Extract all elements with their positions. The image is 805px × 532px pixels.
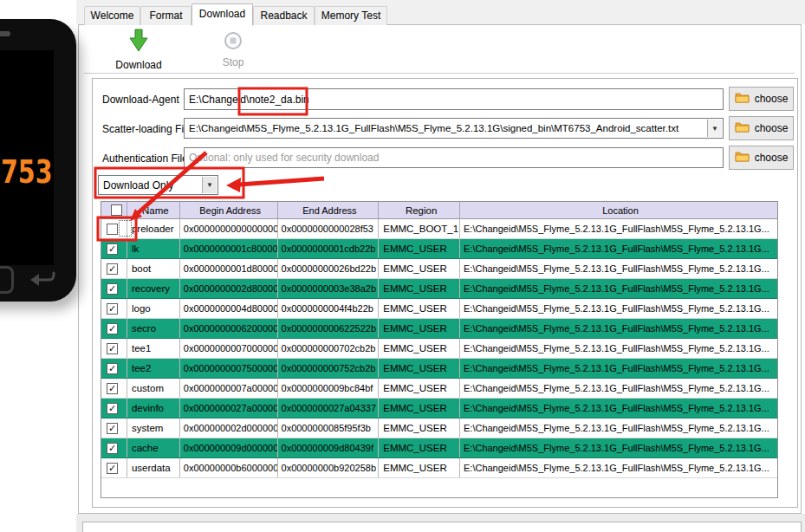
choose-button-label: choose (755, 93, 789, 105)
cell-region: EMMC_USER (379, 359, 460, 378)
cell-location: E:\Changeid\M5S_Flyme_5.2.13.1G_FullFlas… (460, 279, 777, 298)
cell-end: 0x0000000027a04337 (278, 399, 380, 418)
cell-name: tee1 (127, 339, 180, 358)
row-checkbox[interactable]: ✓ (107, 403, 118, 414)
column-header-region[interactable]: Region (379, 202, 460, 218)
scatter-file-combobox[interactable]: E:\Changeid\M5S_Flyme_5.2.13.1G_FullFlas… (184, 118, 724, 139)
table-row: preloader0x00000000000000000x00000000000… (101, 219, 777, 239)
cell-begin: 0x0000000000000000 (180, 219, 278, 238)
tab-download[interactable]: Download (192, 3, 253, 26)
cell-name: preloader (127, 219, 180, 238)
cell-name: system (127, 418, 180, 438)
focus-rectangle (119, 220, 132, 237)
row-checkbox[interactable]: ✓ (107, 443, 118, 454)
cell-begin: 0x0000000007500000 (180, 359, 278, 378)
download-arrow-icon (109, 29, 168, 55)
table-row: ✓logo0x0000000004d800000x0000000004f4b22… (101, 299, 777, 319)
tab-readback[interactable]: Readback (253, 6, 315, 25)
cell-location: E:\Changeid\M5S_Flyme_5.2.13.1G_FullFlas… (460, 418, 777, 438)
row-checkbox-cell: ✓ (101, 418, 127, 438)
back-arrow-icon (29, 269, 57, 291)
cell-end: 0x000000000622522b (278, 319, 380, 338)
cell-begin: 0x0000000006200000 (180, 319, 278, 338)
column-header-end[interactable]: End Address (278, 202, 380, 218)
folder-icon (735, 92, 750, 106)
tab-format[interactable]: Format (140, 6, 192, 25)
cell-begin: 0x0000000002d80000 (180, 279, 278, 298)
cell-name: boot (127, 259, 180, 278)
cell-location: E:\Changeid\M5S_Flyme_5.2.13.1G_FullFlas… (460, 399, 777, 418)
row-checkbox[interactable]: ✓ (107, 243, 118, 255)
cell-begin: 0x0000000001d80000 (180, 259, 278, 278)
row-checkbox[interactable]: ✓ (107, 303, 118, 315)
cell-location: E:\Changeid\M5S_Flyme_5.2.13.1G_FullFlas… (460, 219, 777, 238)
cell-location: E:\Changeid\M5S_Flyme_5.2.13.1G_FullFlas… (460, 299, 777, 318)
tab-memory-test[interactable]: Memory Test (315, 6, 387, 25)
auth-file-placeholder: Optional: only used for security downloa… (189, 152, 379, 164)
cell-name: custom (127, 379, 180, 398)
cell-region: EMMC_BOOT_1 (379, 219, 460, 238)
table-row: ✓system0x000000002d0000000x0000000085f95… (101, 418, 777, 438)
row-checkbox[interactable]: ✓ (107, 383, 118, 394)
download-button-label: Download (115, 59, 161, 71)
table-row: ✓custom0x0000000007a000000x0000000009bc8… (101, 379, 777, 399)
download-button[interactable]: Download (109, 29, 168, 71)
row-checkbox-cell: ✓ (101, 399, 127, 418)
choose-button-label: choose (755, 152, 789, 164)
scatter-file-value: E:\Changeid\M5S_Flyme_5.2.13.1G_FullFlas… (189, 123, 678, 133)
cell-location: E:\Changeid\M5S_Flyme_5.2.13.1G_FullFlas… (460, 239, 777, 258)
download-agent-label: Download-Agent (102, 94, 179, 106)
tab-welcome[interactable]: Welcome (84, 6, 140, 25)
row-checkbox[interactable]: ✓ (107, 463, 118, 474)
partition-table: Name Begin Address End Address Region Lo… (101, 201, 778, 498)
row-checkbox[interactable]: ✓ (107, 323, 118, 334)
row-checkbox[interactable] (107, 224, 118, 235)
row-checkbox-cell: ✓ (101, 458, 127, 477)
download-agent-input[interactable]: E:\Changeid\note2_da.bin (184, 88, 724, 110)
row-checkbox-cell: ✓ (101, 299, 127, 318)
mode-dropdown-arrow-icon[interactable]: ▼ (202, 177, 217, 193)
stop-button[interactable]: Stop (208, 31, 258, 68)
row-checkbox[interactable]: ✓ (107, 283, 118, 295)
cell-region: EMMC_USER (379, 458, 460, 477)
cell-end: 0x0000000000028f53 (278, 219, 380, 238)
status-panel (82, 522, 802, 532)
row-checkbox-cell: ✓ (101, 438, 127, 457)
table-row: ✓cache0x000000009d0000000x000000009d8043… (101, 438, 777, 458)
auth-file-input[interactable]: Optional: only used for security downloa… (184, 147, 724, 168)
folder-icon (735, 121, 750, 135)
choose-download-agent-button[interactable]: choose (729, 87, 794, 111)
cell-location: E:\Changeid\M5S_Flyme_5.2.13.1G_FullFlas… (460, 259, 777, 278)
cell-location: E:\Changeid\M5S_Flyme_5.2.13.1G_FullFlas… (460, 359, 777, 378)
scatter-dropdown-arrow-icon[interactable]: ▼ (707, 120, 722, 137)
phone-earpiece (0, 31, 10, 36)
row-checkbox-cell: ✓ (101, 239, 127, 258)
table-row: ✓userdata0x00000000b60000000x00000000b92… (101, 458, 777, 478)
column-header-name[interactable]: Name (127, 202, 180, 218)
select-all-checkbox[interactable] (111, 204, 122, 216)
cell-location: E:\Changeid\M5S_Flyme_5.2.13.1G_FullFlas… (460, 438, 777, 457)
row-checkbox[interactable]: ✓ (107, 343, 118, 354)
table-row: ✓secro0x00000000062000000x00000000062252… (101, 319, 777, 339)
choose-auth-file-button[interactable]: choose (729, 146, 794, 170)
cell-end: 0x0000000003e38a2b (278, 279, 380, 298)
folder-icon (735, 151, 750, 165)
cell-region: EMMC_USER (379, 438, 460, 457)
row-checkbox[interactable]: ✓ (107, 263, 118, 275)
column-header-location[interactable]: Location (460, 202, 777, 218)
cell-region: EMMC_USER (379, 399, 460, 418)
column-header-begin[interactable]: Begin Address (180, 202, 278, 218)
cell-begin: 0x0000000007a00000 (180, 379, 278, 398)
row-checkbox-cell: ✓ (101, 359, 127, 378)
cell-name: lk (127, 239, 180, 258)
row-checkbox[interactable]: ✓ (107, 363, 118, 374)
cell-region: EMMC_USER (379, 418, 460, 438)
download-mode-select[interactable]: Download Only ▼ (98, 175, 218, 195)
cell-name: devinfo (127, 399, 180, 418)
cell-begin: 0x0000000027a00000 (180, 399, 278, 418)
table-row: ✓tee10x00000000070000000x000000000702cb2… (101, 339, 777, 359)
choose-scatter-file-button[interactable]: choose (729, 116, 794, 140)
cell-region: EMMC_USER (379, 259, 460, 278)
row-checkbox[interactable]: ✓ (107, 423, 118, 434)
cell-end: 0x000000000752cb2b (278, 359, 380, 378)
